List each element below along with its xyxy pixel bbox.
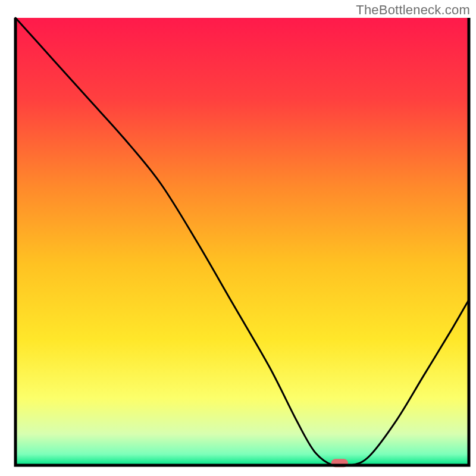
- plot-background: [15, 18, 469, 465]
- watermark-text: TheBottleneck.com: [356, 2, 470, 18]
- bottleneck-chart: TheBottleneck.com: [0, 0, 476, 476]
- chart-canvas: [0, 0, 476, 476]
